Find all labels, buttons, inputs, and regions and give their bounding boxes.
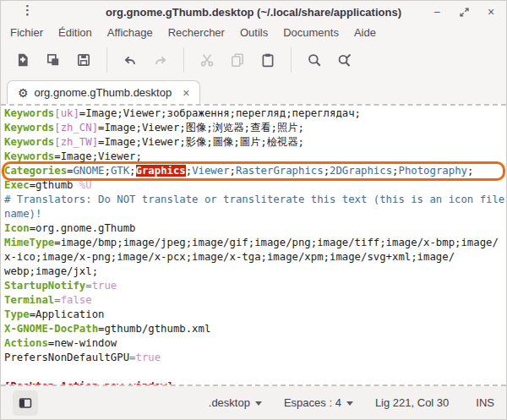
text-editor-area[interactable]: Keywords[uk]=Image;Viewer;зображення;пер… [1,104,506,386]
toolbar-separator [106,47,107,73]
toolbar [1,41,506,79]
editor-line: webp;image/jxl; [4,265,503,279]
editor-line: # Translators: Do NOT translate or trans… [4,193,503,207]
save-icon [76,52,91,68]
code-segment: GTK [111,165,129,177]
editor-line: PrefersNonDefaultGPU=true [4,351,503,365]
code-segment: GNOME [73,165,104,177]
code-segment: Viewer [192,165,229,177]
editor-line: Keywords=Image;Viewer; [4,150,503,164]
code-segment: =Image;Viewer;图像;浏览器;查看;照片; [98,122,304,134]
close-button[interactable]: × [482,3,499,20]
code-segment: ; [392,165,398,177]
gear-icon: ⚙ [18,86,29,100]
open-document-button[interactable] [41,47,66,73]
code-segment: = [85,280,91,292]
code-segment: [zh_CN] [54,122,98,134]
tab-bar: ⚙ org.gnome.gThumb.desktop × [1,79,506,104]
code-segment: ; [324,165,330,177]
code-segment: x-ico;image/x-png;image/x-pcx;image/x-tg… [4,251,455,263]
copy-icon [230,52,245,68]
toolbar-separator [291,47,292,73]
open-document-icon [46,52,61,68]
editor-line: Actions=new-window [4,336,503,351]
restore-button[interactable] [455,3,472,20]
editor-line: MimeType=image/bmp;image/jpeg;image/gif;… [4,236,503,250]
code-segment: RasterGraphics [236,165,324,177]
code-segment: name)! [4,208,41,220]
search-icon [307,52,322,68]
code-segment: Categories [4,165,67,177]
redo-icon [153,52,168,68]
cursor-position: Lig 221, Col 30 [375,396,449,409]
minimize-button[interactable]: − [428,3,445,20]
insert-mode-indicator[interactable]: INS [476,396,494,409]
toolbar-separator [183,47,184,73]
menu-item-affichage[interactable]: Affichage [100,25,161,41]
code-segment: Photography [399,165,467,177]
editor-line: Exec=gthumb %U [4,178,503,193]
menu-item-documents[interactable]: Documents [275,25,346,41]
search-button[interactable] [302,47,327,73]
editor-window: ⋮ org.gnome.gThumb.desktop (~/.local/sha… [0,0,507,420]
code-segment: X-GNOME-DocPath [4,323,98,335]
editor-line: Type=Application [4,308,503,322]
indent-dropdown[interactable]: Espaces : 4 [284,396,353,409]
indent-label: Espaces : 4 [284,396,341,409]
chevron-down-icon [346,401,353,406]
search-and-replace-icon [337,52,352,68]
new-document-button[interactable] [10,47,35,73]
app-menu-kebab-icon[interactable]: ⋮ [21,3,34,18]
code-segment: [uk] [54,107,79,119]
side-panel-toggle-button[interactable] [13,390,38,416]
code-segment: Terminal [4,294,54,306]
filetype-dropdown[interactable]: .desktop [209,396,262,409]
code-segment: Keywords [4,122,54,134]
menu-item-dition[interactable]: Édition [51,25,100,41]
restore-icon [459,7,470,18]
search-match-highlight: Graphics [136,165,186,177]
editor-line: Keywords[zh_CN]=Image;Viewer;图像;浏览器;查看;照… [4,121,503,135]
status-right-group: .desktop Espaces : 4 Lig 221, Col 30 INS [209,396,494,409]
code-segment: =gthumb [30,179,79,191]
save-button[interactable] [71,47,96,73]
tab-org-gnome-gthumb-desktop[interactable]: ⚙ org.gnome.gThumb.desktop × [7,80,200,104]
menu-item-aide[interactable]: Aide [346,25,384,41]
code-segment: = [54,294,60,306]
menu-item-outils[interactable]: Outils [232,25,275,41]
code-segment: PrefersNonDefaultGPU [4,352,129,363]
editor-line: X-GNOME-DocPath=gthumb/gthumb.xml [4,322,503,336]
code-segment: =Application [30,308,105,320]
code-segment: webp;image/jxl; [4,265,98,277]
undo-button[interactable] [117,47,143,73]
editor-line: [Desktop Action new-window] [4,379,503,386]
menu-item-rechercher[interactable]: Rechercher [161,25,232,41]
paste-icon [260,52,275,68]
tab-close-icon[interactable]: × [183,86,189,100]
editor-line: Terminal=false [4,293,503,308]
code-segment: =Image;Viewer;зображення;перегляд;перегл… [79,107,361,119]
chevron-down-icon [255,401,262,406]
code-segment: MimeType [4,237,54,248]
code-segment: true [135,352,161,363]
cut-icon [199,52,215,68]
paste-button[interactable] [255,47,281,73]
search-and-replace-button[interactable] [332,47,357,73]
title-bar: ⋮ org.gnome.gThumb.desktop (~/.local/sha… [1,1,506,23]
copy-button [225,47,250,73]
code-segment: true [92,280,117,292]
code-segment: =new-window [48,337,117,349]
code-segment: =org.gnome.gThumb [30,222,136,234]
tab-label: org.gnome.gThumb.desktop [35,86,172,99]
code-segment: =gthumb/gthumb.xml [98,323,210,335]
code-segment: =Image;Viewer;影像;圖像;圖片;檢視器; [98,136,304,148]
code-segment: Icon [4,222,30,234]
code-segment: =image/bmp;image/jpeg;image/gif;image/pn… [54,237,499,248]
editor-line [4,365,503,379]
menu-item-fichier[interactable]: Fichier [3,25,51,41]
editor-line: StartupNotify=true [4,279,503,293]
editor-line: x-ico;image/x-png;image/x-pcx;image/x-tg… [4,250,503,265]
window-controls: − × [428,1,499,23]
status-bar: .desktop Espaces : 4 Lig 221, Col 30 INS [1,386,506,419]
editor-line: name)! [4,207,503,221]
